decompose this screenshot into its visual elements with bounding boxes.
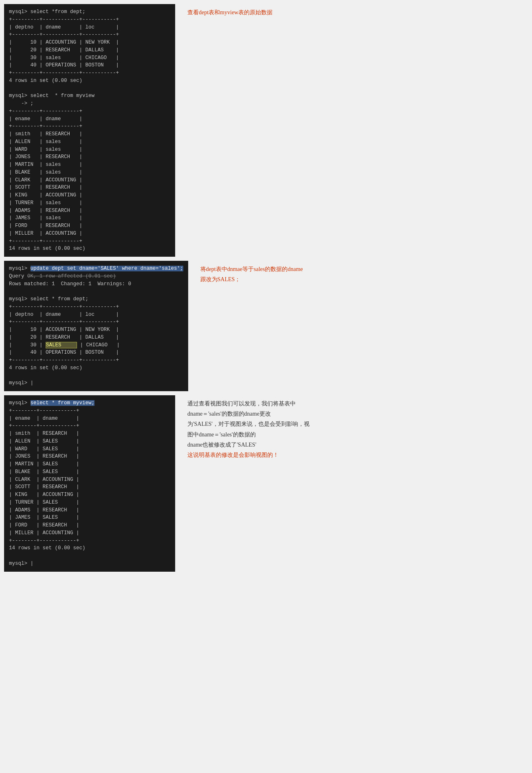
annotation-1-text: 查看dept表和myview表的原始数据	[187, 9, 273, 15]
terminal-3: mysql> select * from myview; +--------+-…	[4, 395, 175, 572]
annotation-3: 通过查看视图我们可以发现，我们将基表中dname＝'sales'的数据的dnam…	[187, 395, 310, 460]
terminal-2-content: mysql> update dept set dname='SALES' whe…	[9, 266, 183, 386]
annotation-3-line3: dname也被修改成了'SALES'	[187, 442, 256, 448]
annotation-3-line2: 为'SALES'，对于视图来说，也是会受到影响，视图中dname＝'sales'…	[187, 421, 310, 437]
annotation-2: 将dept表中dnmae等于sales的数据的dname 跟改为SALES；	[200, 261, 303, 284]
annotation-3-line1: 通过查看视图我们可以发现，我们将基表中dname＝'sales'的数据的dnam…	[187, 401, 296, 417]
section-2: mysql> update dept set dname='SALES' whe…	[4, 261, 528, 391]
annotation-3-line4: 这说明基表的修改是会影响视图的！	[187, 452, 279, 458]
section-3: mysql> select * from myview; +--------+-…	[4, 395, 528, 572]
sales-highlight: SALES	[46, 342, 77, 348]
update-command-highlight: update dept set dname='SALES' where dnam…	[31, 266, 183, 271]
annotation-1: 查看dept表和myview表的原始数据	[187, 4, 273, 18]
terminal-2: mysql> update dept set dname='SALES' whe…	[4, 261, 188, 391]
strikethrough-text: OK, 1 row affected (0.01 sec)	[27, 273, 116, 279]
section-1: mysql> select *from dept; +---------+---…	[4, 4, 528, 257]
select-myview-highlight: select * from myview;	[31, 400, 95, 406]
terminal-3-content: mysql> select * from myview; +--------+-…	[9, 400, 95, 566]
annotation-2-line1: 将dept表中dnmae等于sales的数据的dname	[200, 266, 303, 272]
terminal-1-content: mysql> select *from dept; +---------+---…	[9, 9, 119, 251]
terminal-1: mysql> select *from dept; +---------+---…	[4, 4, 175, 257]
annotation-2-line2: 跟改为SALES；	[200, 276, 241, 282]
